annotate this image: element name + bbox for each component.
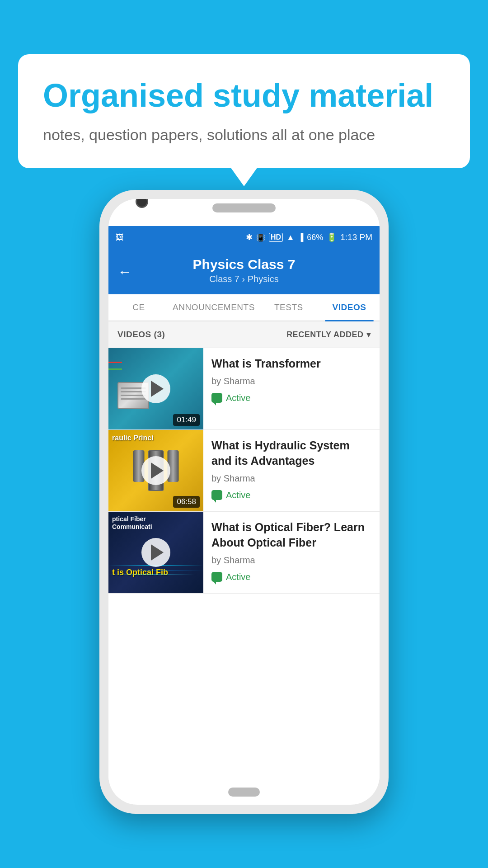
play-button-2[interactable] (141, 456, 170, 485)
fiber-line-3 (108, 574, 194, 575)
status-right: ✱ 📳 HD ▲ ▐ 66% 🔋 1:13 PM (246, 232, 372, 242)
tab-tests[interactable]: TESTS (258, 294, 319, 321)
speech-bubble-container: Organised study material notes, question… (18, 54, 470, 168)
chat-icon-2 (211, 490, 222, 500)
battery-percent: 66% (307, 233, 323, 242)
video-status-3: Active (211, 572, 371, 582)
image-icon: 🖼 (116, 233, 124, 242)
video-thumbnail-transformer: 01:49 (108, 348, 203, 429)
sort-button[interactable]: RECENTLY ADDED ▾ (286, 330, 371, 340)
list-header: VIDEOS (3) RECENTLY ADDED ▾ (108, 321, 380, 348)
app-header: ← Physics Class 7 Class 7 › Physics (108, 249, 380, 294)
tab-ce[interactable]: CE (108, 294, 169, 321)
status-text-2: Active (226, 490, 250, 500)
bubble-subtitle: notes, question papers, solutions all at… (43, 124, 445, 146)
video-info-2: What is Hydraulic System and its Advanta… (203, 430, 380, 511)
video-status-2: Active (211, 490, 371, 500)
status-bar: 🖼 ✱ 📳 HD ▲ ▐ 66% 🔋 1:13 PM (108, 226, 380, 249)
vibrate-icon: 📳 (256, 233, 265, 242)
battery-icon: 🔋 (327, 232, 337, 242)
chevron-down-icon: ▾ (366, 330, 371, 340)
signal-icon: ▐ (298, 233, 303, 241)
wifi-icon: ▲ (286, 233, 295, 242)
tab-announcements[interactable]: ANNOUNCEMENTS (169, 294, 258, 321)
video-item[interactable]: 01:49 What is Transformer by Sharma Acti… (108, 348, 380, 430)
video-thumbnail-hydraulic: raulic Princi 06:58 (108, 430, 203, 511)
video-info-1: What is Transformer by Sharma Active (203, 348, 380, 429)
speech-bubble: Organised study material notes, question… (18, 54, 470, 168)
video-title-1: What is Transformer (211, 356, 371, 372)
video-info-3: What is Optical Fiber? Learn About Optic… (203, 512, 380, 593)
wire-green (108, 368, 122, 370)
status-left: 🖼 (116, 233, 124, 242)
phone-inner: 🖼 ✱ 📳 HD ▲ ▐ 66% 🔋 1:13 PM ← Physics Cla… (108, 199, 380, 805)
tab-bar: CE ANNOUNCEMENTS TESTS VIDEOS (108, 294, 380, 321)
hd-badge: HD (269, 233, 283, 242)
video-count: VIDEOS (3) (117, 330, 165, 340)
header-breadcrumb: Class 7 › Physics (117, 274, 371, 284)
chat-icon-3 (211, 572, 222, 582)
front-camera (136, 199, 148, 208)
fiber-line-2 (117, 570, 203, 571)
duration-badge-1: 01:49 (173, 414, 200, 426)
video-author-3: by Sharma (211, 555, 371, 566)
video-status-1: Active (211, 393, 371, 403)
phone-mockup: 🖼 ✱ 📳 HD ▲ ▐ 66% 🔋 1:13 PM ← Physics Cla… (99, 190, 389, 814)
video-thumbnail-optical: ptical Fiber Communicati t is Optical Fi… (108, 512, 203, 593)
back-button[interactable]: ← (117, 263, 132, 280)
hydraulic-thumb-label: raulic Princi (112, 434, 154, 442)
video-author-2: by Sharma (211, 473, 371, 484)
screen: 🖼 ✱ 📳 HD ▲ ▐ 66% 🔋 1:13 PM ← Physics Cla… (108, 226, 380, 782)
phone-speaker (212, 203, 276, 212)
video-author-1: by Sharma (211, 376, 371, 387)
status-text-3: Active (226, 572, 250, 582)
breadcrumb-class: Class 7 (209, 274, 239, 284)
tab-videos[interactable]: VIDEOS (319, 294, 380, 321)
play-button-1[interactable] (141, 374, 170, 403)
breadcrumb-sep: › (242, 274, 248, 284)
breadcrumb-subject: Physics (248, 274, 279, 284)
optical-thumb-label-top: ptical Fiber Communicati (112, 515, 175, 531)
header-title: Physics Class 7 (117, 257, 371, 272)
play-button-3[interactable] (141, 538, 170, 567)
video-item-2[interactable]: raulic Princi 06:58 What i (108, 430, 380, 512)
time-display: 1:13 PM (340, 232, 372, 242)
bluetooth-icon: ✱ (246, 232, 253, 242)
video-title-2: What is Hydraulic System and its Advanta… (211, 438, 371, 469)
video-item-3[interactable]: ptical Fiber Communicati t is Optical Fi… (108, 512, 380, 594)
sort-label: RECENTLY ADDED (286, 330, 363, 340)
duration-badge-2: 06:58 (173, 496, 200, 508)
phone-home-button (228, 788, 260, 797)
wire-red (108, 362, 122, 363)
status-text-1: Active (226, 393, 250, 403)
chat-icon-1 (211, 393, 222, 403)
bubble-title: Organised study material (43, 77, 445, 114)
video-title-3: What is Optical Fiber? Learn About Optic… (211, 520, 371, 551)
